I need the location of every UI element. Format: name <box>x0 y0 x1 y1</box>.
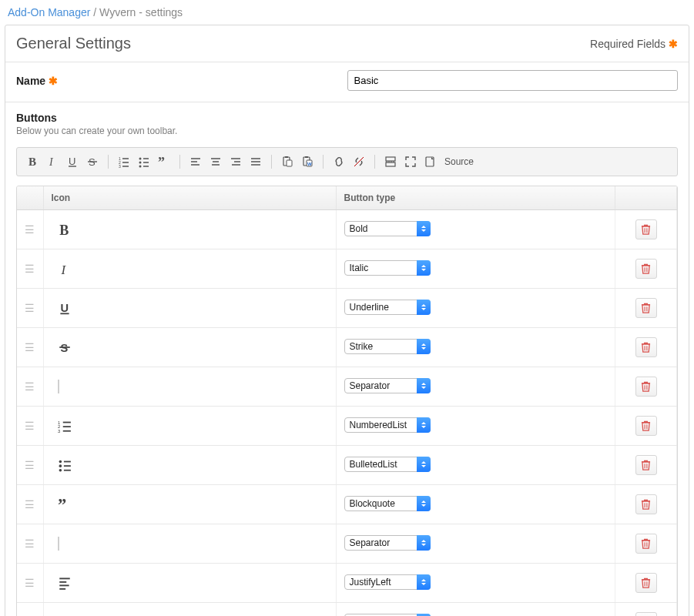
button-type-select[interactable]: Underline <box>344 300 431 315</box>
delete-button[interactable] <box>635 573 657 593</box>
underline-icon[interactable]: U <box>65 154 80 169</box>
delete-button[interactable] <box>635 298 657 318</box>
trash-icon <box>641 303 651 313</box>
svg-text:W: W <box>307 162 312 166</box>
button-type-select[interactable]: JustifyLeft <box>344 574 431 590</box>
numberedlist-icon[interactable]: 123 <box>116 154 132 169</box>
svg-point-12 <box>139 158 142 160</box>
justifyright-icon[interactable] <box>228 154 243 169</box>
underline-icon: U <box>52 301 328 315</box>
bold-icon: B <box>52 223 328 236</box>
unlink-icon[interactable] <box>351 154 367 169</box>
delete-button[interactable] <box>635 612 657 616</box>
justifyleft-icon[interactable] <box>188 154 203 169</box>
breadcrumb-link-addon-manager[interactable]: Add-On Manager <box>8 6 90 18</box>
svg-text:3: 3 <box>119 164 121 168</box>
select-arrows-icon <box>417 221 431 236</box>
table-row: ☰Separator <box>17 524 677 564</box>
trash-icon <box>641 263 651 274</box>
toolbar-separator <box>374 155 375 169</box>
delete-button[interactable] <box>635 219 657 239</box>
table-row: ☰JustifyLeft <box>17 564 677 603</box>
drag-handle-icon[interactable]: ☰ <box>25 420 35 432</box>
delete-button[interactable] <box>635 337 657 357</box>
delete-button[interactable] <box>635 494 657 514</box>
delete-button[interactable] <box>635 534 657 554</box>
buttons-section-desc: Below you can create your own toolbar. <box>16 126 678 136</box>
select-arrows-icon <box>417 417 431 433</box>
maximize-icon[interactable] <box>403 154 418 169</box>
svg-rect-41 <box>386 162 395 166</box>
svg-point-75 <box>59 469 62 472</box>
svg-text:3: 3 <box>58 429 60 433</box>
numberedlist-icon: 123 <box>52 419 328 433</box>
table-row: ☰”Blockquote <box>17 485 677 524</box>
delete-button[interactable] <box>635 377 657 397</box>
link-icon[interactable] <box>331 154 347 169</box>
col-handle-header <box>17 186 43 210</box>
buttons-table: Icon Button type ☰BBold☰IItalic☰UUnderli… <box>17 186 677 616</box>
button-type-select[interactable]: Italic <box>344 260 431 276</box>
button-type-select[interactable]: BulletedList <box>344 457 431 472</box>
button-type-select[interactable]: Separator <box>344 378 431 393</box>
justifyleft-icon <box>52 576 328 590</box>
table-row: ☰IItalic <box>17 249 677 289</box>
button-type-select[interactable]: NumberedList <box>344 417 431 433</box>
select-arrows-icon <box>417 614 431 617</box>
drag-handle-icon[interactable]: ☰ <box>25 223 35 236</box>
name-input[interactable] <box>347 70 679 91</box>
readmore-icon[interactable] <box>383 154 398 169</box>
drag-handle-icon[interactable]: ☰ <box>25 459 35 471</box>
drag-handle-icon[interactable]: ☰ <box>25 263 35 275</box>
source-label[interactable]: Source <box>444 156 474 167</box>
delete-button[interactable] <box>635 416 657 436</box>
svg-text:B: B <box>59 223 69 236</box>
table-row: ☰UUnderline <box>17 289 677 328</box>
panel-header: General Settings Required Fields ✱ <box>5 25 689 62</box>
svg-point-73 <box>59 460 62 464</box>
drag-handle-icon[interactable]: ☰ <box>25 577 35 589</box>
button-type-select[interactable]: Strike <box>344 339 431 354</box>
justifycenter-icon[interactable] <box>208 154 223 169</box>
drag-handle-icon[interactable]: ☰ <box>25 341 35 353</box>
table-row: ☰SStrike <box>17 328 677 367</box>
drag-handle-icon[interactable]: ☰ <box>25 537 35 550</box>
select-arrows-icon <box>417 496 431 511</box>
svg-point-74 <box>59 464 62 467</box>
justifyblock-icon[interactable] <box>248 154 263 169</box>
select-arrows-icon <box>417 339 431 354</box>
delete-button[interactable] <box>635 259 657 279</box>
button-type-select[interactable]: Blockquote <box>344 496 431 511</box>
select-arrows-icon <box>417 574 431 590</box>
svg-text:I: I <box>49 156 54 168</box>
drag-handle-icon[interactable]: ☰ <box>25 380 35 393</box>
button-type-select[interactable]: JustifyCenter <box>344 614 431 617</box>
select-arrows-icon <box>417 457 431 472</box>
page-title: General Settings <box>16 35 131 52</box>
select-arrows-icon <box>417 300 431 315</box>
drag-handle-icon[interactable]: ☰ <box>25 302 35 314</box>
svg-rect-33 <box>287 160 292 166</box>
settings-panel: General Settings Required Fields ✱ Name … <box>5 25 689 616</box>
trash-icon <box>641 499 651 510</box>
name-field-row: Name ✱ <box>5 62 689 102</box>
button-type-select[interactable]: Bold <box>344 221 431 236</box>
preview-toolbar: B I U S 123 ” W Source <box>16 147 678 176</box>
delete-button[interactable] <box>635 455 657 475</box>
italic-icon[interactable]: I <box>45 154 60 169</box>
strike-icon[interactable]: S <box>85 154 100 169</box>
svg-text:”: ” <box>158 156 165 168</box>
source-icon[interactable] <box>423 154 438 169</box>
bulletedlist-icon[interactable] <box>136 154 152 169</box>
pasteword-icon[interactable]: W <box>300 154 315 169</box>
svg-rect-32 <box>285 156 288 158</box>
blockquote-icon[interactable]: ” <box>156 154 172 169</box>
paste-icon[interactable] <box>280 154 295 169</box>
breadcrumb-separator: / <box>90 6 99 18</box>
drag-handle-icon[interactable]: ☰ <box>25 498 35 511</box>
button-type-select[interactable]: Separator <box>344 535 431 551</box>
bold-icon[interactable]: B <box>25 154 40 169</box>
table-row: ☰BulletedList <box>17 446 677 485</box>
trash-icon <box>641 578 651 588</box>
trash-icon <box>641 224 651 235</box>
